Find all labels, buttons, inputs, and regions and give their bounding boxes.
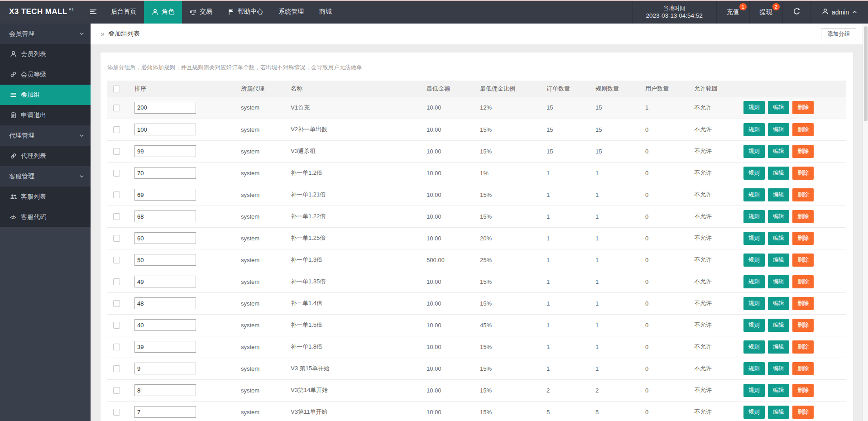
rule-button[interactable]: 规则 (743, 188, 765, 201)
row-checkbox[interactable] (113, 322, 120, 329)
sort-input[interactable] (134, 232, 196, 244)
delete-button[interactable]: 删除 (792, 232, 814, 245)
rule-button[interactable]: 规则 (743, 123, 765, 136)
scrollbar-thumb[interactable] (864, 26, 868, 121)
delete-button[interactable]: 删除 (792, 167, 814, 180)
nav-item-1[interactable]: 角色 (144, 0, 182, 24)
edit-button[interactable]: 编辑 (768, 297, 789, 310)
delete-button[interactable]: 删除 (792, 254, 814, 267)
edit-button[interactable]: 编辑 (768, 167, 789, 180)
nav-item-5[interactable]: 商城 (312, 0, 340, 24)
edit-button[interactable]: 编辑 (768, 123, 789, 136)
edit-button[interactable]: 编辑 (768, 254, 789, 267)
row-checkbox[interactable] (113, 365, 120, 372)
sort-input[interactable] (134, 406, 196, 418)
sort-input[interactable] (134, 341, 196, 353)
row-checkbox[interactable] (113, 235, 120, 242)
delete-button[interactable]: 删除 (792, 101, 814, 114)
row-checkbox[interactable] (113, 300, 120, 307)
sort-input[interactable] (134, 297, 196, 309)
sidebar-item-2-1[interactable]: </>客服代码 (0, 207, 91, 227)
row-checkbox[interactable] (113, 148, 120, 155)
rule-button[interactable]: 规则 (743, 406, 765, 419)
sort-input[interactable] (134, 363, 196, 374)
delete-button[interactable]: 删除 (792, 362, 814, 375)
rule-button[interactable]: 规则 (743, 362, 765, 375)
sidebar-group-2[interactable]: 客服管理 (0, 166, 91, 187)
hamburger-button[interactable] (83, 0, 103, 24)
nav-item-4[interactable]: 系统管理 (271, 0, 312, 24)
row-checkbox[interactable] (113, 191, 120, 198)
delete-button[interactable]: 删除 (792, 384, 814, 397)
row-checkbox[interactable] (113, 126, 120, 133)
sort-input[interactable] (134, 276, 196, 287)
row-checkbox[interactable] (113, 409, 120, 416)
sidebar-item-0-1[interactable]: 会员等级 (0, 64, 91, 85)
delete-button[interactable]: 删除 (792, 319, 814, 332)
edit-button[interactable]: 编辑 (768, 319, 789, 332)
edit-button[interactable]: 编辑 (768, 232, 789, 245)
delete-button[interactable]: 删除 (792, 297, 814, 310)
sort-input[interactable] (134, 319, 196, 331)
sidebar-item-0-3[interactable]: 申请退出 (0, 105, 91, 125)
sidebar-group-0[interactable]: 会员管理 (0, 24, 91, 44)
edit-button[interactable]: 编辑 (768, 275, 789, 288)
sort-input[interactable] (134, 189, 196, 201)
delete-button[interactable]: 删除 (792, 275, 814, 288)
delete-button[interactable]: 删除 (792, 145, 814, 158)
sort-input[interactable] (134, 145, 196, 157)
edit-button[interactable]: 编辑 (768, 188, 789, 201)
sidebar-item-0-0[interactable]: 会员列表 (0, 44, 91, 64)
sort-input[interactable] (134, 167, 196, 179)
delete-button[interactable]: 删除 (792, 188, 814, 201)
rule-button[interactable]: 规则 (743, 297, 765, 310)
sidebar-item-2-0[interactable]: 客服列表 (0, 187, 91, 207)
edit-button[interactable]: 编辑 (768, 145, 789, 158)
row-checkbox[interactable] (113, 170, 120, 177)
row-checkbox[interactable] (113, 344, 120, 350)
rule-button[interactable]: 规则 (743, 319, 765, 332)
add-group-button[interactable]: 添加分组 (821, 28, 856, 40)
edit-button[interactable]: 编辑 (768, 210, 789, 223)
row-checkbox[interactable] (113, 213, 120, 220)
edit-button[interactable]: 编辑 (768, 406, 789, 419)
delete-button[interactable]: 删除 (792, 123, 814, 136)
rule-button[interactable]: 规则 (743, 101, 765, 114)
rule-button[interactable]: 规则 (743, 275, 765, 288)
recharge-button[interactable]: 充值 1 (716, 1, 749, 24)
rule-button[interactable]: 规则 (743, 232, 765, 245)
rule-button[interactable]: 规则 (743, 145, 765, 158)
delete-button[interactable]: 删除 (792, 406, 814, 419)
sort-input[interactable] (134, 254, 196, 266)
sort-input[interactable] (134, 102, 196, 114)
rule-button[interactable]: 规则 (743, 210, 765, 223)
delete-button[interactable]: 删除 (792, 340, 814, 354)
row-checkbox[interactable] (113, 105, 120, 111)
rule-button[interactable]: 规则 (743, 384, 765, 397)
row-checkbox[interactable] (113, 387, 120, 394)
sort-input[interactable] (134, 124, 196, 135)
sort-input[interactable] (134, 210, 196, 222)
page-scrollbar[interactable] (863, 24, 868, 421)
edit-button[interactable]: 编辑 (768, 101, 789, 114)
row-checkbox[interactable] (113, 278, 120, 285)
nav-item-3[interactable]: 帮助中心 (220, 0, 271, 24)
rule-button[interactable]: 规则 (743, 167, 765, 180)
sidebar-item-1-0[interactable]: 代理列表 (0, 146, 91, 166)
nav-item-0[interactable]: 后台首页 (103, 0, 144, 24)
user-menu[interactable]: admin (810, 1, 868, 24)
rule-button[interactable]: 规则 (743, 340, 765, 354)
edit-button[interactable]: 编辑 (768, 362, 789, 375)
withdraw-button[interactable]: 提现 2 (749, 1, 782, 24)
select-all-checkbox[interactable] (113, 86, 120, 92)
delete-button[interactable]: 删除 (792, 210, 814, 223)
sort-input[interactable] (134, 384, 196, 396)
sidebar-group-1[interactable]: 代理管理 (0, 125, 91, 146)
edit-button[interactable]: 编辑 (768, 340, 789, 354)
refresh-button[interactable] (782, 1, 810, 24)
row-checkbox[interactable] (113, 257, 120, 263)
sidebar-item-0-2[interactable]: 叠加组 (0, 85, 91, 105)
edit-button[interactable]: 编辑 (768, 384, 789, 397)
nav-item-2[interactable]: 交易 (182, 0, 220, 24)
rule-button[interactable]: 规则 (743, 254, 765, 267)
